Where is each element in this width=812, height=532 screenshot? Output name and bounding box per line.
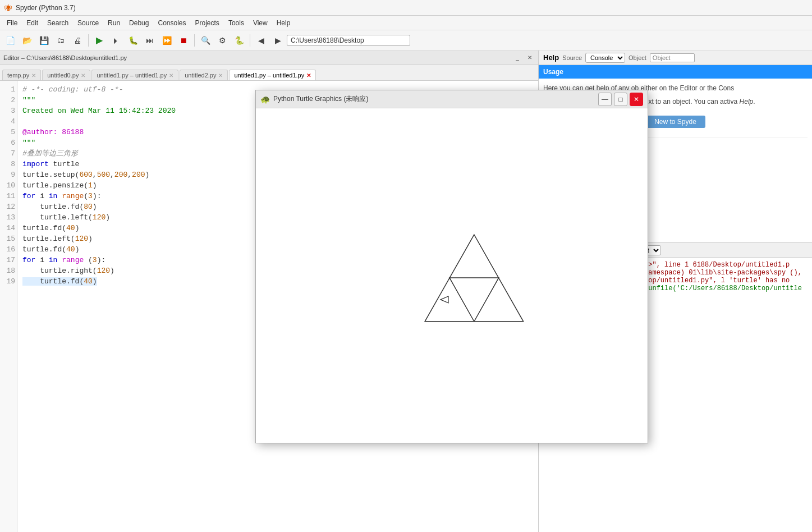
turtle-icon: 🐢	[260, 95, 270, 104]
app-icon: 🕷	[4, 3, 12, 12]
help-object-label: Object	[629, 54, 646, 61]
continue-button[interactable]: ⏩	[159, 33, 175, 48]
save-all-button[interactable]: 🗂	[53, 33, 68, 48]
turtle-title-text: Python Turtle Graphics (未响应)	[273, 94, 368, 104]
new-to-spyder-button[interactable]: New to Spyde	[645, 116, 705, 128]
menu-file[interactable]: File	[2, 18, 22, 28]
toolbar: 📄 📂 💾 🗂 🖨 ▶ ⏵ 🐛 ⏭ ⏩ ⏹ 🔍 ⚙ 🐍 ◀ ▶ C:\Users…	[0, 30, 812, 51]
help-source-select[interactable]: Console Source	[585, 53, 625, 63]
menu-view[interactable]: View	[249, 18, 272, 28]
path-bar: C:\Users\86188\Desktop	[287, 35, 410, 46]
toolbar-sep-3	[250, 34, 250, 47]
stop-button[interactable]: ⏹	[176, 33, 191, 48]
help-source-label: Source	[562, 54, 582, 61]
close-tab-untitled1-active[interactable]: ✕	[306, 72, 311, 79]
tab-untitled1-py-active[interactable]: untitled1.py – untitled1.py ✕	[229, 70, 316, 80]
menu-bar: File Edit Search Source Run Debug Consol…	[0, 16, 812, 30]
close-tab-untitled2[interactable]: ✕	[218, 72, 223, 79]
help-title: Help	[543, 53, 559, 62]
print-button[interactable]: 🖨	[70, 33, 85, 48]
menu-tools[interactable]: Tools	[224, 18, 249, 28]
help-object-input[interactable]	[650, 53, 695, 62]
help-header: Help Source Console Source Object	[539, 51, 812, 65]
forward-button[interactable]: ▶	[270, 33, 286, 48]
menu-help[interactable]: Help	[272, 18, 295, 28]
tab-untitled1-py-1[interactable]: untitled1.py – untitled1.py ✕	[91, 70, 178, 80]
tab-untitled2-py[interactable]: untitled2.py ✕	[180, 70, 228, 80]
close-tab-untitled0[interactable]: ✕	[81, 72, 85, 79]
title-bar: 🕷 Spyder (Python 3.7)	[0, 0, 812, 16]
step-button[interactable]: ⏭	[142, 33, 158, 48]
menu-debug[interactable]: Debug	[125, 18, 153, 28]
tab-temp-py[interactable]: temp.py ✕	[2, 70, 41, 80]
turtle-minimize-button[interactable]: —	[598, 93, 612, 106]
turtle-cursor	[441, 296, 448, 303]
run-button[interactable]: ▶	[91, 33, 107, 48]
back-button[interactable]: ◀	[253, 33, 269, 48]
debug-button[interactable]: 🐛	[125, 33, 141, 48]
editor-tabs: temp.py ✕ untitled0.py ✕ untitled1.py – …	[0, 65, 538, 81]
turtle-svg	[256, 108, 648, 443]
find-button[interactable]: 🔍	[198, 33, 213, 48]
turtle-title-left: 🐢 Python Turtle Graphics (未响应)	[260, 94, 368, 104]
editor-header: Editor – C:\Users\86188\Desktop\untitled…	[0, 51, 538, 65]
menu-projects[interactable]: Projects	[191, 18, 224, 28]
turtle-titlebar: 🐢 Python Turtle Graphics (未响应) — □ ✕	[256, 90, 648, 108]
new-file-button[interactable]: 📄	[2, 33, 18, 48]
run-cell-button[interactable]: ⏵	[108, 33, 124, 48]
save-file-button[interactable]: 💾	[36, 33, 52, 48]
editor-header-text: Editor – C:\Users\86188\Desktop\untitled…	[3, 54, 127, 61]
app-title: Spyder (Python 3.7)	[16, 4, 76, 12]
editor-close[interactable]: ✕	[525, 53, 535, 63]
editor-minimize[interactable]: _	[512, 53, 522, 63]
menu-edit[interactable]: Edit	[22, 18, 43, 28]
path-text: C:\Users\86188\Desktop	[291, 36, 364, 44]
svg-marker-0	[441, 296, 448, 303]
menu-consoles[interactable]: Consoles	[153, 18, 190, 28]
toolbar-sep-2	[194, 34, 195, 47]
open-file-button[interactable]: 📂	[19, 33, 35, 48]
inner-triangle	[449, 278, 499, 322]
menu-source[interactable]: Source	[73, 18, 103, 28]
menu-run[interactable]: Run	[103, 18, 125, 28]
close-tab-temp[interactable]: ✕	[31, 72, 36, 79]
turtle-canvas	[256, 108, 648, 443]
tab-untitled0-py[interactable]: untitled0.py ✕	[42, 70, 90, 80]
settings-button[interactable]: ⚙	[214, 33, 230, 48]
line-numbers: 12345 678910 1112131415 16171819	[0, 81, 18, 532]
python-button[interactable]: 🐍	[231, 33, 247, 48]
menu-search[interactable]: Search	[43, 18, 73, 28]
usage-title: Usage	[543, 68, 563, 76]
turtle-window: 🐢 Python Turtle Graphics (未响应) — □ ✕	[255, 90, 648, 443]
close-tab-untitled1-1[interactable]: ✕	[169, 72, 173, 79]
turtle-close-button[interactable]: ✕	[630, 93, 643, 106]
turtle-maximize-button[interactable]: □	[614, 93, 627, 106]
toolbar-sep-1	[88, 34, 89, 47]
turtle-controls: — □ ✕	[598, 93, 643, 106]
